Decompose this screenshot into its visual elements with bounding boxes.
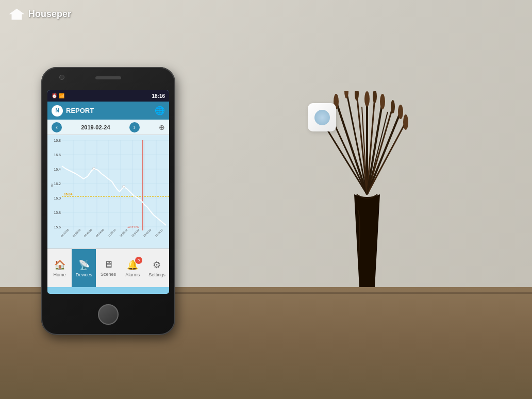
svg-text:16.6: 16.6 — [54, 153, 61, 157]
svg-text:16.8: 16.8 — [54, 139, 61, 142]
report-title: REPORT — [66, 107, 152, 114]
nav-item-devices[interactable]: 📡 Devices — [72, 249, 96, 287]
svg-text:16.0: 16.0 — [54, 196, 61, 200]
svg-text:15.8: 15.8 — [54, 211, 61, 214]
nav-item-scenes[interactable]: 🖥 Scenes — [96, 249, 120, 287]
prev-arrow-icon: ‹ — [56, 124, 58, 131]
home-icon: 🏠 — [54, 259, 65, 271]
devices-icon: 📡 — [78, 260, 90, 270]
nav-item-alarms[interactable]: 🔔 5 Alarms — [121, 249, 145, 287]
app-header: N REPORT 🌐 — [47, 102, 169, 120]
nav-settings-label: Settings — [148, 272, 165, 277]
phone-body: ⏰ 📶 18:16 N REPORT 🌐 ‹ 2019-02-24 › — [41, 67, 175, 335]
bottom-navigation: 🏠 Home 📡 Devices 🖥 Scenes — [47, 248, 169, 287]
wifi-icon: 📶 — [59, 93, 64, 98]
svg-text:15.6: 15.6 — [54, 225, 61, 229]
svg-text:16.2: 16.2 — [54, 182, 61, 186]
zoom-icon[interactable]: ⊕ — [159, 123, 165, 131]
phone: ⏰ 📶 18:16 N REPORT 🌐 ‹ 2019-02-24 › — [41, 67, 175, 335]
svg-line-8 — [331, 117, 367, 194]
nav-home-label: Home — [54, 272, 66, 277]
svg-point-22 — [403, 114, 408, 130]
app-logo-circle: N — [52, 105, 63, 117]
nav-item-settings[interactable]: ⚙ Settings — [145, 249, 169, 287]
phone-screen: ⏰ 📶 18:16 N REPORT 🌐 ‹ 2019-02-24 › — [47, 90, 169, 294]
globe-icon: 🌐 — [155, 106, 165, 115]
svg-point-17 — [373, 91, 377, 103]
alarm-icon: ⏰ — [52, 93, 57, 98]
date-display: 2019-02-24 — [81, 124, 110, 130]
svg-text:19:44:40: 19:44:40 — [127, 225, 140, 228]
next-date-button[interactable]: › — [129, 122, 140, 132]
next-arrow-icon: › — [134, 124, 136, 131]
nav-scenes-label: Scenes — [101, 272, 116, 277]
app-logo: Houseper — [8, 8, 71, 21]
svg-point-53 — [123, 186, 125, 188]
alarms-icon-container: 🔔 5 — [127, 259, 138, 271]
phone-camera — [59, 75, 64, 80]
status-bar: ⏰ 📶 18:16 — [47, 90, 169, 102]
svg-marker-23 — [9, 9, 25, 20]
svg-text:16.4: 16.4 — [54, 168, 61, 171]
nav-item-home[interactable]: 🏠 Home — [47, 249, 72, 287]
sensor-lens — [314, 110, 330, 125]
svg-point-18 — [380, 94, 385, 109]
alarms-badge: 5 — [135, 257, 142, 264]
nav-alarms-label: Alarms — [125, 272, 140, 277]
svg-point-20 — [398, 105, 403, 119]
phone-home-button[interactable] — [98, 304, 119, 325]
svg-point-16 — [364, 91, 370, 107]
status-left-icons: ⏰ 📶 — [52, 93, 64, 98]
settings-icon: ⚙ — [153, 259, 161, 271]
chart-svg: 16.8 16.6 16.4 16.2 16.0 15.8 15.6 🌡 16.… — [47, 135, 169, 248]
devices-icon-container: 📡 — [78, 259, 90, 271]
temperature-chart: 16.8 16.6 16.4 16.2 16.0 15.8 15.6 🌡 16.… — [47, 135, 169, 248]
svg-point-19 — [391, 100, 395, 113]
svg-text:16.04: 16.04 — [64, 192, 73, 196]
svg-text:🌡: 🌡 — [50, 183, 54, 188]
logo-text: Houseper — [28, 9, 71, 20]
scenes-icon: 🖥 — [104, 259, 113, 270]
prev-date-button[interactable]: ‹ — [52, 122, 62, 132]
date-navigation-bar: ‹ 2019-02-24 › ⊕ — [47, 120, 169, 135]
phone-speaker — [95, 76, 121, 79]
svg-point-15 — [355, 91, 359, 101]
svg-point-52 — [93, 168, 95, 170]
wall-sensor — [308, 103, 336, 131]
nav-devices-label: Devices — [76, 272, 92, 277]
status-time: 18:16 — [152, 93, 165, 99]
